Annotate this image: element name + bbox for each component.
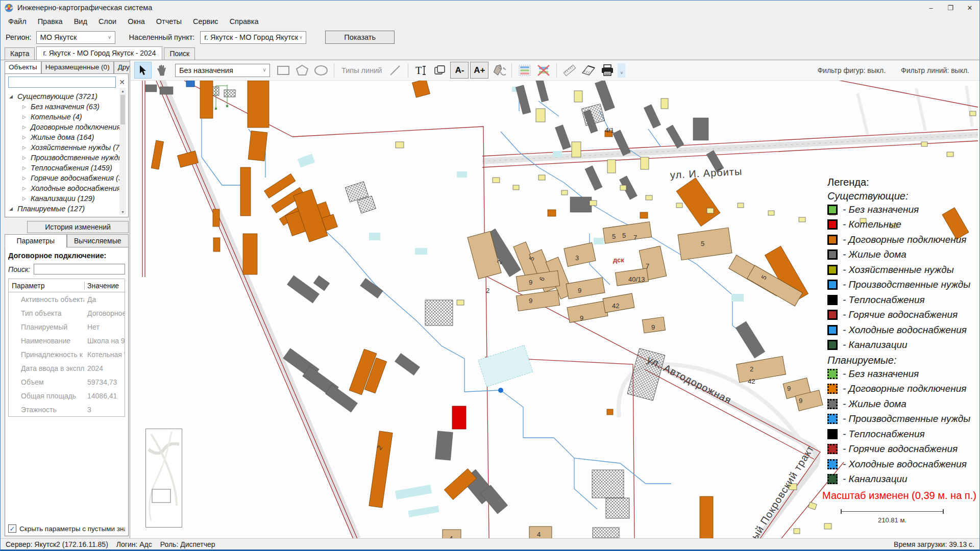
overview-minimap[interactable] [145,429,182,528]
show-button[interactable]: Показать [325,31,395,44]
ellipse-icon [314,65,328,76]
menu-item[interactable]: Отчеты [151,16,187,27]
tab-city-2024[interactable]: г. Якутск - МО Город Якутск - 2024 [36,46,162,60]
menu-item[interactable]: Правка [32,16,68,27]
tab-map[interactable]: Карта [5,47,35,60]
table-row[interactable]: Активность объектаДа [9,292,125,306]
table-row[interactable]: Этажность3 [9,403,125,416]
collapse-icon[interactable]: ▷ [22,186,28,191]
toolbar-overflow-button[interactable]: ˅ [618,63,625,78]
draw-line-button[interactable] [386,62,404,79]
clear-search-icon[interactable]: ✕ [118,78,126,86]
map-canvas[interactable]: ул. И. Арбитыул. Автодорожнаяый Покровск… [130,81,979,538]
menu-item[interactable]: Вид [68,16,93,27]
tree-item-planned[interactable]: ◢ Планируемые (127) [9,204,119,214]
tree-item[interactable]: ▷Теплоснабжения (1459) [22,163,119,173]
close-icon[interactable]: ✕ [960,1,979,15]
scroll-down-icon[interactable]: ▼ [121,209,125,215]
maximize-icon[interactable]: ❐ [941,1,960,15]
tree-item[interactable]: ▷Горячие водоснабжения (343) [22,173,119,183]
ruler-button[interactable] [561,62,578,79]
font-decrease-button[interactable]: A- [450,62,469,79]
settlement-select[interactable]: г. Якутск - МО Город Якутск ˅ [200,31,306,44]
table-row[interactable]: Принадлежность к коКотельная "ДСК [9,347,125,361]
menu-item[interactable]: Файл [3,16,32,27]
collapse-icon[interactable]: ▷ [22,124,28,130]
measure-tape-button[interactable] [580,62,597,79]
tree-item[interactable]: ▷Холодные водоснабжения (1347) [22,183,119,193]
collapse-icon[interactable]: ▷ [22,114,28,119]
tree-item[interactable]: ▷Котельные (4) [22,112,119,122]
menu-item[interactable]: Сервис [187,16,224,27]
tree-item[interactable]: ▷Производственные нужды (27) [22,153,119,163]
tree-item[interactable]: ▷Жилые дома (164) [22,132,119,142]
tree-item[interactable]: ▷Без назначения (3) [22,214,119,215]
region-select[interactable]: МО Якутск ˅ [36,31,115,44]
draw-ellipse-button[interactable] [312,62,330,79]
table-row[interactable]: Общая площадь14086,41 [9,389,125,403]
hide-empty-checkbox[interactable]: ✓ [8,524,16,533]
column-value[interactable]: Значение [84,282,125,290]
draw-rectangle-button[interactable] [275,62,292,79]
table-row[interactable]: Тип объектаДоговорное под [9,306,125,320]
param-name: Планируемый [9,323,84,331]
tab-parameters[interactable]: Параметры [5,234,67,247]
tab-unplaced[interactable]: Неразмещенные (0) [41,61,114,73]
legend-swatch [827,369,838,379]
document-tabs: Карта г. Якутск - МО Город Якутск - 2024… [1,46,979,60]
tab-computed[interactable]: Вычисляемые [67,234,129,247]
param-search-input[interactable] [34,264,125,274]
print-button[interactable] [599,62,616,79]
collapse-icon[interactable]: ▷ [22,145,28,150]
menu-item[interactable]: Справка [224,16,264,27]
layer-type-select[interactable]: Без назначения ˅ [175,64,270,77]
tree-item[interactable]: ▷Без назначения (63) [22,102,119,112]
tree-item[interactable]: ▷Хозяйственные нужды (7) [22,142,119,153]
expand-icon[interactable]: ◢ [9,206,14,211]
collapse-icon[interactable]: ▷ [22,196,28,201]
font-increase-button[interactable]: A+ [470,62,488,79]
tree-item[interactable]: ▷Договорные подключения (178) [22,122,119,132]
tree-item-label: Холодные водоснабжения (1347) [31,184,126,192]
menu-item[interactable]: Окна [122,16,151,27]
collapse-icon[interactable]: ▷ [22,135,28,140]
draw-polygon-button[interactable] [293,62,311,79]
tab-objects[interactable]: Объекты [5,61,41,73]
collapse-icon[interactable]: ▷ [22,165,28,170]
table-row[interactable]: ПланируемыйНет [9,320,125,334]
scroll-thumb[interactable] [120,95,125,124]
scroll-up-icon[interactable]: ▲ [121,88,125,94]
tree-scrollbar[interactable]: ▲ ▼ [119,88,126,215]
layers-visible-button[interactable] [516,62,533,79]
tab-search[interactable]: Поиск [164,47,195,60]
legend-item-label: - Без назначения [843,368,919,380]
minimize-icon[interactable]: – [921,1,941,15]
labels-refresh-button[interactable] [490,62,507,79]
legend-item-label: - Котельные [843,219,901,230]
pan-tool-button[interactable] [153,62,170,79]
collapse-icon[interactable]: ▷ [22,104,28,109]
tree-item-label: Жилые дома (164) [31,133,94,141]
menu-item[interactable]: Слои [93,16,122,27]
legend-item-label: - Без назначения [843,204,919,215]
table-row[interactable]: НаименованиеШкола на 990 м [9,334,125,347]
param-name: Общая площадь [9,392,84,400]
expand-icon[interactable]: ◢ [9,94,14,99]
column-parameter[interactable]: Параметр [9,282,84,290]
tree-item-existing[interactable]: ◢ Существующие (3721) [9,91,119,102]
legend-item-label: - Теплоснабжения [843,429,925,440]
status-load-time: Время загрузки: 39.13 с. [894,540,974,548]
tree-item[interactable]: ▷Канализации (129) [22,193,119,204]
collapse-icon[interactable]: ▷ [22,155,28,160]
tab-history[interactable]: История изменений [27,221,129,233]
app-window: Инженерно-картографическая система – ❐ ✕… [0,0,980,551]
table-row[interactable]: Объем59734,73 [9,375,125,389]
table-row[interactable]: Дата ввода в эксплуат2024 [9,361,125,375]
text-tool-button[interactable]: T [412,62,430,79]
layers-hidden-button[interactable] [535,62,552,79]
collapse-icon[interactable]: ▷ [22,176,28,181]
duplicate-button[interactable] [431,62,449,79]
select-tool-button[interactable] [134,62,152,79]
object-type-header: Договорное подключение: [8,252,125,260]
objects-search-input[interactable] [8,77,116,88]
